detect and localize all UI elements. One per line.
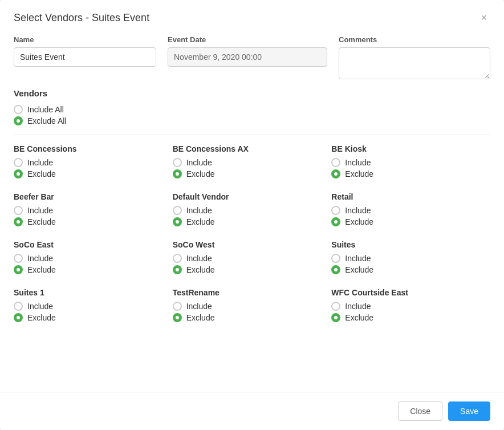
vendor-name-3: Beefer Bar <box>14 192 161 201</box>
comments-label: Comments <box>339 35 490 44</box>
vendor-include-label-11: Include <box>345 302 371 311</box>
vendors-grid: BE Concessions Include Exclude BE Conces… <box>14 144 490 336</box>
vendor-options-6: Include Exclude <box>14 254 161 274</box>
vendor-include-radio-0[interactable] <box>14 158 23 167</box>
include-all-label: Include All <box>27 105 64 114</box>
vendor-exclude-option-7[interactable]: Exclude <box>173 265 320 274</box>
vendor-exclude-radio-0[interactable] <box>14 169 23 179</box>
vendor-options-0: Include Exclude <box>14 158 161 179</box>
vendor-include-option-5[interactable]: Include <box>331 206 479 215</box>
exclude-all-option[interactable]: Exclude All <box>14 116 490 125</box>
vendor-include-label-5: Include <box>345 206 371 215</box>
vendor-name-11: WFC Courtside East <box>331 288 479 297</box>
vendor-exclude-label-0: Exclude <box>27 169 56 179</box>
event-date-group: Event Date <box>168 35 327 79</box>
vendor-include-radio-3[interactable] <box>14 206 23 215</box>
vendor-exclude-radio-8[interactable] <box>331 265 340 274</box>
vendor-include-option-1[interactable]: Include <box>173 158 320 167</box>
vendor-exclude-radio-10[interactable] <box>173 313 182 322</box>
vendor-include-option-4[interactable]: Include <box>173 206 320 215</box>
vendors-global-options: Include All Exclude All <box>14 105 490 125</box>
vendor-include-label-6: Include <box>27 254 53 263</box>
vendor-exclude-radio-4[interactable] <box>173 217 182 226</box>
divider <box>14 135 490 135</box>
vendor-include-option-0[interactable]: Include <box>14 158 161 167</box>
vendor-exclude-label-11: Exclude <box>345 313 373 322</box>
vendor-group-3: Beefer Bar Include Exclude <box>14 192 173 226</box>
vendor-group-1: BE Concessions AX Include Exclude <box>173 144 332 179</box>
vendor-exclude-option-3[interactable]: Exclude <box>14 217 161 226</box>
vendor-exclude-label-3: Exclude <box>27 217 56 226</box>
vendor-exclude-option-1[interactable]: Exclude <box>173 169 320 179</box>
vendor-exclude-label-1: Exclude <box>186 169 215 179</box>
vendor-include-label-4: Include <box>186 206 212 215</box>
vendor-exclude-radio-3[interactable] <box>14 217 23 226</box>
vendor-exclude-option-10[interactable]: Exclude <box>173 313 320 322</box>
vendor-exclude-option-4[interactable]: Exclude <box>173 217 320 226</box>
vendor-exclude-label-5: Exclude <box>345 217 373 226</box>
comments-textarea[interactable] <box>339 47 490 79</box>
vendor-include-radio-11[interactable] <box>331 302 340 311</box>
vendor-include-label-9: Include <box>27 302 53 311</box>
name-label: Name <box>14 35 156 44</box>
exclude-all-radio[interactable] <box>14 116 23 125</box>
vendor-name-5: Retail <box>331 192 479 201</box>
vendor-include-radio-9[interactable] <box>14 302 23 311</box>
vendor-exclude-radio-6[interactable] <box>14 265 23 274</box>
vendor-exclude-option-6[interactable]: Exclude <box>14 265 161 274</box>
modal-close-button[interactable]: × <box>477 11 490 24</box>
vendor-include-option-3[interactable]: Include <box>14 206 161 215</box>
vendor-exclude-radio-1[interactable] <box>173 169 182 179</box>
vendor-group-7: SoCo West Include Exclude <box>173 240 332 274</box>
vendor-include-radio-1[interactable] <box>173 158 182 167</box>
vendor-include-radio-6[interactable] <box>14 254 23 263</box>
vendor-include-option-6[interactable]: Include <box>14 254 161 263</box>
vendor-include-radio-5[interactable] <box>331 206 340 215</box>
vendor-name-6: SoCo East <box>14 240 161 249</box>
vendor-exclude-radio-5[interactable] <box>331 217 340 226</box>
vendor-exclude-label-4: Exclude <box>186 217 215 226</box>
vendor-exclude-option-9[interactable]: Exclude <box>14 313 161 322</box>
vendor-exclude-radio-7[interactable] <box>173 265 182 274</box>
vendor-exclude-option-2[interactable]: Exclude <box>331 169 479 179</box>
vendor-exclude-label-7: Exclude <box>186 265 215 274</box>
vendor-include-label-7: Include <box>186 254 212 263</box>
comments-group: Comments <box>339 35 490 79</box>
vendor-include-option-9[interactable]: Include <box>14 302 161 311</box>
vendor-options-10: Include Exclude <box>173 302 320 322</box>
vendor-group-2: BE Kiosk Include Exclude <box>331 144 490 179</box>
vendor-exclude-option-11[interactable]: Exclude <box>331 313 479 322</box>
vendor-include-radio-4[interactable] <box>173 206 182 215</box>
vendor-options-1: Include Exclude <box>173 158 320 179</box>
include-all-option[interactable]: Include All <box>14 105 490 114</box>
vendor-include-option-11[interactable]: Include <box>331 302 479 311</box>
include-all-radio[interactable] <box>14 105 23 114</box>
vendor-options-3: Include Exclude <box>14 206 161 226</box>
vendor-include-option-2[interactable]: Include <box>331 158 479 167</box>
vendor-exclude-option-5[interactable]: Exclude <box>331 217 479 226</box>
vendor-include-radio-8[interactable] <box>331 254 340 263</box>
close-button[interactable]: Close <box>398 401 442 421</box>
save-button[interactable]: Save <box>448 401 490 421</box>
name-input[interactable] <box>14 47 156 67</box>
vendor-include-option-10[interactable]: Include <box>173 302 320 311</box>
vendor-exclude-option-0[interactable]: Exclude <box>14 169 161 179</box>
vendor-exclude-label-9: Exclude <box>27 313 56 322</box>
event-date-input <box>168 47 327 67</box>
vendor-name-8: Suites <box>331 240 479 249</box>
vendor-exclude-radio-2[interactable] <box>331 169 340 179</box>
vendor-include-radio-2[interactable] <box>331 158 340 167</box>
vendor-exclude-radio-11[interactable] <box>331 313 340 322</box>
vendor-options-2: Include Exclude <box>331 158 479 179</box>
modal-header: Select Vendors - Suites Event × <box>14 11 490 24</box>
vendor-include-option-7[interactable]: Include <box>173 254 320 263</box>
vendor-exclude-option-8[interactable]: Exclude <box>331 265 479 274</box>
vendor-exclude-radio-9[interactable] <box>14 313 23 322</box>
vendor-include-label-10: Include <box>186 302 212 311</box>
modal-container: Select Vendors - Suites Event × Name Eve… <box>0 0 504 430</box>
vendor-include-radio-7[interactable] <box>173 254 182 263</box>
vendor-include-radio-10[interactable] <box>173 302 182 311</box>
vendor-include-option-8[interactable]: Include <box>331 254 479 263</box>
vendor-group-0: BE Concessions Include Exclude <box>14 144 173 179</box>
vendor-group-9: Suites 1 Include Exclude <box>14 288 173 322</box>
